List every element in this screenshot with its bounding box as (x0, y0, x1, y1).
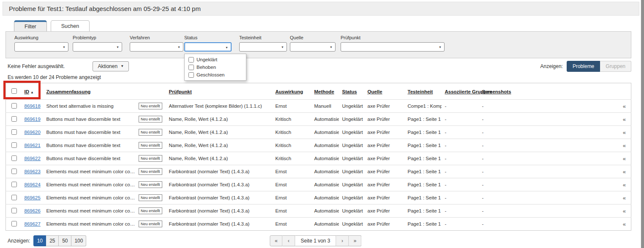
aktionen-button[interactable]: Aktionen ▼ (93, 61, 129, 71)
collapse-row-icon[interactable]: « (623, 182, 626, 188)
cell-method: Automatisiert (311, 113, 339, 126)
cell-status: Ungeklärt (339, 204, 364, 218)
table-row: 869620 Buttons must have discernible tex… (6, 126, 631, 139)
cell-groups: - (442, 152, 479, 165)
column-header-screenshots[interactable]: Screenshots (482, 89, 511, 94)
collapse-row-icon[interactable]: « (623, 169, 626, 175)
issue-id-link[interactable]: 869623 (25, 169, 41, 174)
cell-source: axe Prüfer (364, 152, 404, 165)
row-checkbox[interactable] (11, 129, 17, 135)
status-badge: Neu erstellt (139, 168, 162, 175)
issue-id-link[interactable]: 869626 (25, 208, 41, 213)
collapse-row-icon[interactable]: « (623, 116, 626, 123)
row-checkbox[interactable] (11, 142, 17, 148)
status-select[interactable]: ▼ (184, 42, 232, 52)
pruefpunkt-select[interactable]: ▼ (341, 42, 445, 52)
filter-field-quelle: Quelle ▼ (290, 35, 336, 52)
row-checkbox[interactable] (11, 169, 17, 174)
cell-groups: - (442, 139, 479, 152)
vertical-scrollbar[interactable] (641, 0, 644, 248)
status-option[interactable]: Behoben (185, 63, 246, 71)
filter-label: Verfahren (130, 35, 183, 40)
issue-summary: Elements must meet minimum color con... (46, 221, 136, 226)
tab-suchen[interactable]: Suchen (51, 20, 90, 31)
scrollbar-thumb[interactable] (641, 0, 644, 248)
status-option-checkbox[interactable] (188, 72, 194, 78)
collapse-row-icon[interactable]: « (623, 221, 626, 227)
verfahren-select[interactable]: ▼ (130, 42, 183, 52)
cell-test-unit: Page1 : Seite 1 (404, 218, 442, 231)
issue-id-link[interactable]: 869624 (25, 182, 41, 187)
status-option[interactable]: Geschlossen (185, 71, 246, 79)
cell-source: axe Prüfer (364, 126, 404, 139)
quelle-select[interactable]: ▼ (290, 42, 336, 52)
collapse-row-icon[interactable]: « (623, 195, 626, 201)
cell-checkpoint: Farbkontrast (normaler Text) (1.4.3.a) (166, 191, 272, 204)
cell-source: axe Prüfer (364, 204, 404, 218)
row-checkbox[interactable] (11, 182, 17, 187)
cell-test-unit: Page1 : Seite 1 (404, 126, 442, 139)
page-size-button-25[interactable]: 25 (46, 235, 59, 246)
cell-groups: - (442, 178, 479, 191)
collapse-row-icon[interactable]: « (623, 155, 626, 162)
cell-status: Ungeklärt (339, 100, 364, 113)
last-page-button[interactable]: » (349, 235, 362, 246)
cell-groups: - (442, 165, 479, 178)
cell-method: Automatisiert (311, 152, 339, 165)
status-badge: Neu erstellt (139, 181, 162, 188)
row-checkbox[interactable] (11, 208, 17, 213)
row-checkbox[interactable] (11, 221, 17, 226)
row-checkbox[interactable] (11, 195, 17, 200)
column-header-pruefpunkt[interactable]: Prüfpunkt (169, 89, 192, 94)
column-header-status[interactable]: Status (342, 89, 357, 94)
collapse-row-icon[interactable]: « (623, 208, 626, 214)
issue-id-link[interactable]: 869625 (25, 195, 41, 200)
cell-test-unit: Page1 : Seite 1 (404, 139, 442, 152)
cell-impact: Kritisch (272, 126, 311, 139)
status-option[interactable]: Ungeklärt (185, 56, 246, 63)
issue-id-link[interactable]: 869621 (25, 143, 41, 148)
collapse-row-icon[interactable]: « (623, 103, 626, 109)
issue-summary: Elements must meet minimum color con... (46, 182, 136, 187)
auswirkung-select[interactable]: ▼ (14, 42, 68, 52)
issue-id-link[interactable]: 869622 (25, 156, 41, 161)
column-header-auswirkung[interactable]: Auswirkung (276, 89, 303, 94)
next-page-button[interactable]: › (336, 235, 349, 246)
select-arrow-icon: ▼ (330, 46, 333, 49)
table-row: 869618 Short text alternative is missing… (6, 100, 631, 113)
status-option-checkbox[interactable] (188, 57, 194, 63)
first-page-button[interactable]: « (270, 235, 282, 246)
collapse-row-icon[interactable]: « (623, 129, 626, 136)
page-size-button-10[interactable]: 10 (33, 235, 46, 246)
cell-test-unit: Page1 : Seite 1 (404, 204, 442, 218)
page-size-button-100[interactable]: 100 (71, 235, 86, 246)
problemtyp-select[interactable]: ▼ (73, 42, 122, 52)
row-checkbox[interactable] (11, 116, 17, 122)
column-header-methode[interactable]: Methode (314, 89, 334, 94)
row-checkbox[interactable] (11, 155, 17, 161)
status-option-checkbox[interactable] (188, 65, 194, 70)
column-header-quelle[interactable]: Quelle (368, 89, 382, 94)
page-size-button-50[interactable]: 50 (59, 235, 71, 246)
view-gruppen-button[interactable]: Gruppen (600, 61, 631, 72)
view-probleme-button[interactable]: Probleme (567, 61, 600, 72)
column-header-zusammenfassung[interactable]: Zusammenfassung (46, 89, 91, 94)
issue-id-link[interactable]: 869627 (25, 221, 41, 226)
issue-id-link[interactable]: 869618 (25, 104, 41, 109)
cell-checkpoint: Alternativer Text (komplexe Bilder) (1.1… (166, 100, 272, 113)
testeinheit-select[interactable]: ▼ (239, 42, 287, 52)
collapse-row-icon[interactable]: « (623, 142, 626, 149)
tab-filter[interactable]: Filter (14, 20, 47, 31)
status-option-label: Ungeklärt (196, 57, 217, 62)
row-checkbox[interactable] (11, 103, 17, 109)
issue-id-link[interactable]: 869620 (25, 130, 41, 135)
sort-asc-icon: ▲ (30, 90, 34, 94)
cell-groups: - (442, 100, 479, 113)
prev-page-button[interactable]: ‹ (282, 235, 295, 246)
column-header-testeinheit[interactable]: Testeinheit (408, 89, 433, 94)
select-all-checkbox[interactable] (11, 88, 17, 94)
column-header-id[interactable]: ID (25, 89, 30, 94)
table-row: 869619 Buttons must have discernible tex… (6, 113, 631, 126)
issue-id-link[interactable]: 869619 (25, 117, 41, 122)
action-row: Keine Fehler ausgewählt. Aktionen ▼ Anze… (0, 60, 631, 72)
